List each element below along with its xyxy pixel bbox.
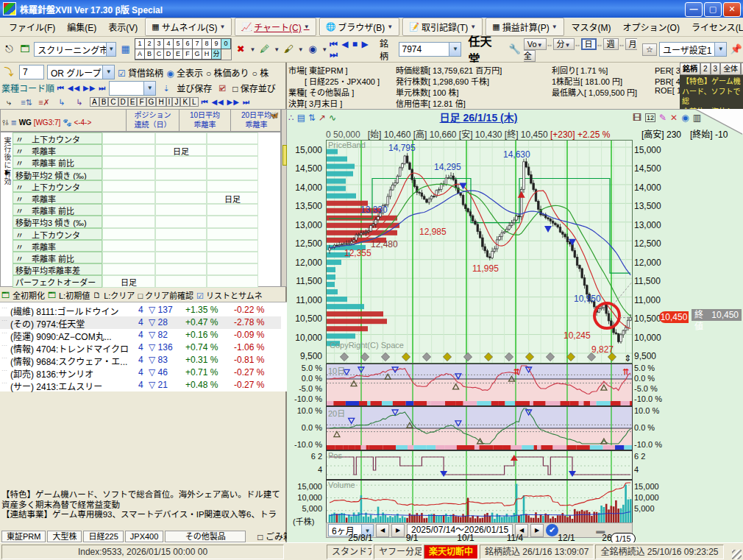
clear-l-button[interactable]: L:クリア — [104, 289, 135, 301]
table-row[interactable]: 〃 上下カウンタ — [1, 180, 258, 192]
stock-row[interactable]: ···(繊維) 8111:ゴールドウイン4▽ 137+1.35 %-0.22 % — [0, 304, 281, 316]
step-fwd-button[interactable]: ▶ — [530, 524, 544, 537]
auto-update-toggle[interactable]: ✔ — [546, 524, 558, 536]
numpad-分[interactable]: 分 — [211, 49, 221, 60]
menu-item-2[interactable]: 表示(V) — [102, 18, 143, 35]
stock-row[interactable]: ···(情報) 4704:トレンドマイクロ4▽ 136+0.74 %-1.06 … — [0, 341, 281, 354]
menu-item-5[interactable]: 🌐ブラウザ(B)▼ — [319, 18, 400, 36]
chart-title[interactable]: 日足 26/1/15 (木) — [326, 110, 631, 124]
close-table-icon[interactable]: 🦋 — [270, 111, 279, 119]
period-日[interactable]: 日 — [581, 38, 597, 50]
table-row[interactable]: 〃 上下カウンタ — [1, 228, 258, 240]
numpad-1[interactable]: 1 — [135, 38, 145, 49]
radio-3[interactable]: ○ 株 — [252, 66, 269, 79]
init-l-button[interactable]: L:初期値 — [59, 289, 90, 301]
period-分[interactable]: 分▼ — [553, 38, 575, 50]
save-sort-icon[interactable]: ⇣ — [159, 81, 174, 96]
band-icon[interactable]: ▤ — [297, 113, 305, 123]
trend-icon[interactable]: ↗ — [319, 113, 326, 123]
page-nav-arrows[interactable]: ⏮ ◀◀ ▶▶ ⏭ — [202, 98, 250, 107]
table-row[interactable]: 〃 乖離率 前比 — [1, 156, 258, 168]
numpad-C[interactable]: C — [154, 49, 164, 60]
letter-D[interactable]: D — [118, 97, 128, 107]
table-row[interactable]: 〃 乖離率 前比 — [1, 204, 258, 216]
menu-item-3[interactable]: ▦サムネイル(S)▼ — [145, 18, 232, 36]
list-up-icon[interactable]: ≡⇅ — [19, 95, 34, 110]
table-row[interactable]: ▶移動平均2 傾き (‰) — [1, 169, 258, 180]
letter-E[interactable]: E — [128, 97, 138, 107]
table-scrollbar[interactable] — [281, 109, 287, 287]
numpad-G[interactable]: G — [192, 49, 202, 60]
letter-G[interactable]: G — [146, 97, 157, 107]
brush2-icon[interactable]: 🖌 — [282, 42, 296, 57]
dev10-panel[interactable]: ⇈⇈ — [326, 364, 633, 406]
period-Vo[interactable]: Vo▼ — [524, 38, 547, 50]
menu-item-8[interactable]: マスタ(M) — [566, 18, 617, 35]
keep-order-checkbox[interactable]: □ 保存並び — [232, 82, 276, 94]
numpad-8[interactable]: 8 — [202, 38, 212, 49]
volume-panel[interactable] — [326, 480, 633, 525]
globe-icon[interactable]: ◉ — [306, 42, 320, 57]
edit-list-icon[interactable]: 🗹 — [215, 81, 230, 96]
numpad-4[interactable]: 4 — [163, 38, 174, 49]
user-setting-combo[interactable]: ユーザ設定1▼ — [659, 42, 727, 57]
wrench-icon[interactable]: 🔧 — [508, 42, 522, 57]
table-row[interactable]: パーフェクトオーダー日足 — [1, 275, 258, 287]
playback-controls[interactable]: ⏮ ◀ ■ ▶ ⏭ — [330, 39, 377, 60]
screening-market-combo[interactable]: スクリーニング市場▼ — [34, 42, 116, 57]
group-combo[interactable]: OR グループ▼ — [47, 65, 115, 79]
maximize-button[interactable]: ▢ — [704, 2, 722, 17]
letter-L[interactable]: L — [190, 97, 199, 107]
numpad-A[interactable]: A — [135, 49, 145, 60]
table-row[interactable]: 〃 上下カウンタ — [1, 132, 258, 144]
clear-mark-icon[interactable]: ✖ — [234, 42, 248, 57]
stock-row[interactable]: ···(陸運) 9090:AZ−COM丸...4▽ 82+0.16 %-0.09… — [0, 329, 281, 341]
numpad-9[interactable]: 9 — [211, 38, 221, 49]
minimize-button[interactable]: — — [685, 2, 703, 17]
filter-icon[interactable]: ⫯⫰ — [2, 118, 9, 127]
close-button[interactable]: ✕ — [723, 2, 741, 17]
pin-icon[interactable]: 📌 — [729, 42, 743, 57]
stock-row[interactable]: ···(サー) 2413:エムスリー4▽ 21+0.48 %-0.27 % — [0, 379, 281, 391]
resize-grip[interactable] — [732, 550, 742, 559]
letter-J[interactable]: J — [172, 97, 180, 107]
radio-all[interactable]: ◉ 全表示 — [166, 66, 203, 79]
tab-3[interactable]: 3 — [711, 63, 721, 75]
col-position[interactable]: ポジション連続（日） — [126, 110, 179, 131]
numpad-3[interactable]: 3 — [154, 38, 164, 49]
dog-icon[interactable]: 🐾 — [63, 118, 71, 127]
numpad-B[interactable]: B — [144, 49, 154, 60]
indent-icon[interactable]: ⤷ — [1, 95, 16, 110]
updown-icon[interactable]: ⇅ — [308, 113, 316, 123]
numpad-7[interactable]: 7 — [192, 38, 202, 49]
table-row[interactable]: 〃 乖離率日足 — [1, 144, 258, 156]
main-chart-plot[interactable]: ⇕14,79514,29514,63013,33012,98512,35512,… — [326, 140, 633, 364]
dev20-panel[interactable] — [326, 406, 633, 450]
table-row[interactable]: 〃 乖離率日足 — [1, 192, 258, 204]
tab-銘柄[interactable]: 銘柄 — [680, 63, 700, 75]
letter-C[interactable]: C — [108, 97, 118, 107]
numpad-H[interactable]: H — [202, 49, 212, 60]
delete-draw-icon[interactable]: ✕ — [670, 113, 678, 123]
menu-item-9[interactable]: オプション(O) — [617, 18, 686, 35]
menu-item-0[interactable]: ファイル(F) — [3, 18, 61, 35]
jump1-icon[interactable]: ↳ — [54, 95, 69, 110]
list-del-icon[interactable]: ≡✗ — [37, 95, 51, 110]
stock-row[interactable]: ···(情報) 9684:スクウェア・エ...4▽ 83+0.31 %-0.81… — [0, 354, 281, 366]
numpad-D[interactable]: D — [163, 49, 174, 60]
radio-price[interactable]: ○ 株価あり — [206, 66, 249, 79]
letter-A[interactable]: A — [90, 97, 99, 107]
jump2-icon[interactable]: ↳ — [72, 95, 87, 110]
confirm-clear-checkbox[interactable]: □ クリア前確認 — [138, 289, 193, 301]
range-back-button[interactable]: ◀ — [376, 524, 389, 537]
letter-K[interactable]: K — [180, 97, 190, 107]
menu-item-4[interactable]: 📈チャート(C)▼ — [235, 18, 316, 36]
table-row[interactable]: 〃 乖離率 — [1, 240, 258, 252]
stock-row[interactable]: ···(その) 7974:任天堂4▽ 28+0.47 %-2.78 % — [0, 316, 281, 329]
numpad-2[interactable]: 2 — [144, 38, 154, 49]
save-order-label[interactable]: 並び保存 — [177, 82, 212, 94]
scatter-icon[interactable]: ∴ — [288, 113, 294, 123]
position-panel[interactable] — [326, 450, 633, 480]
table-row[interactable]: 移動平均3 傾き (‰) — [1, 216, 258, 227]
init-all-button[interactable]: 全初期化 — [13, 289, 45, 301]
